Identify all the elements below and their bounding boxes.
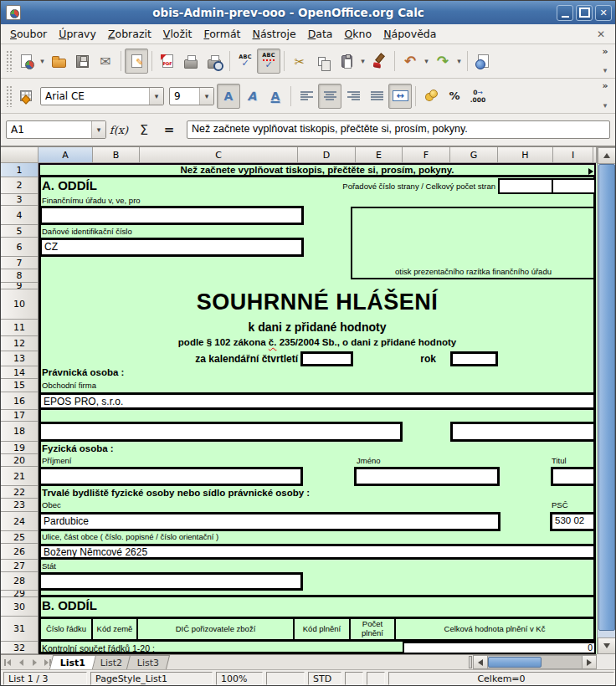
column-header-e[interactable]: E — [356, 147, 403, 163]
toolbar-grip[interactable] — [6, 85, 12, 107]
sheet-area[interactable]: Než začnete vyplňovat tiskopis, přečtěte… — [38, 163, 597, 654]
styles-button[interactable] — [14, 84, 38, 109]
control-sum-cell[interactable]: 0 — [403, 642, 596, 654]
row-header-cell[interactable]: 14 — [1, 366, 38, 379]
column-header-c[interactable]: C — [140, 147, 298, 163]
zip-field[interactable]: 530 02 — [550, 512, 596, 531]
toolbar-options-button[interactable] — [603, 95, 608, 111]
firstname-field[interactable] — [354, 467, 500, 486]
row-header-cell[interactable]: 1 — [1, 163, 38, 177]
hyperlink-button[interactable] — [471, 49, 495, 74]
year-field[interactable] — [450, 351, 498, 366]
row-header-cell[interactable]: 27 — [1, 560, 38, 572]
toolbar-options-button[interactable] — [603, 60, 608, 76]
zoom-panel[interactable]: 100% — [216, 672, 263, 685]
close-document-icon[interactable]: ✕ — [590, 28, 612, 40]
horizontal-scroll-track[interactable] — [542, 656, 582, 668]
city-field[interactable]: Pardubice — [38, 512, 501, 531]
sum-button[interactable]: Σ — [133, 120, 155, 140]
column-header-g[interactable]: G — [450, 147, 498, 163]
save-button[interactable] — [70, 49, 94, 74]
row-header-cell[interactable]: 28 — [1, 572, 38, 591]
state-field[interactable] — [38, 572, 303, 591]
close-button[interactable] — [595, 5, 612, 21]
column-header-i[interactable]: I — [553, 147, 593, 163]
currency-format-button[interactable] — [419, 84, 443, 109]
vertical-scrollbar[interactable] — [597, 147, 615, 654]
row-header-cell[interactable]: 19 — [1, 442, 38, 454]
row-header-cell[interactable]: 20 — [1, 454, 38, 467]
quarter-field[interactable] — [300, 351, 353, 366]
row-header-cell[interactable]: 23 — [1, 499, 38, 512]
menu-upravy[interactable]: Úpravy — [53, 26, 102, 42]
row-header-cell[interactable]: 31 — [1, 617, 38, 642]
row-header-cell[interactable]: 30 — [1, 597, 38, 617]
font-size-value[interactable]: 9 — [170, 90, 199, 102]
page-counter-boxes[interactable] — [498, 178, 596, 194]
toolbar-more-button[interactable]: » — [602, 80, 608, 91]
row-header-cell[interactable]: 2 — [1, 177, 38, 194]
next-sheet-button[interactable] — [28, 655, 41, 669]
align-center-button[interactable] — [318, 84, 341, 109]
menu-zobrazit[interactable]: Zobrazit — [102, 26, 157, 42]
justify-button[interactable] — [365, 84, 388, 109]
column-header-d[interactable]: D — [298, 147, 356, 163]
align-right-button[interactable] — [341, 84, 365, 109]
select-all-corner[interactable] — [1, 147, 38, 163]
scroll-up-button[interactable] — [598, 147, 616, 164]
row-header-cell[interactable]: 5 — [1, 225, 38, 238]
degree-field[interactable] — [551, 467, 596, 486]
new-document-dropdown[interactable] — [38, 49, 47, 74]
column-header-b[interactable]: B — [93, 147, 140, 163]
function-wizard-button[interactable]: f(x) — [108, 120, 130, 140]
selection-mode-panel[interactable]: STD — [308, 672, 341, 685]
menu-nastroje[interactable]: Nástroje — [247, 26, 302, 42]
row-header-cell[interactable]: 26 — [1, 544, 38, 560]
export-pdf-button[interactable]: PDF — [156, 49, 179, 74]
menu-data[interactable]: Data — [302, 26, 339, 42]
sheet-tab-list3[interactable]: List3 — [126, 655, 170, 669]
row-header-cell[interactable]: 24 — [1, 512, 38, 531]
align-left-button[interactable] — [295, 84, 318, 109]
underline-button[interactable]: A — [264, 84, 287, 109]
page-number-cell[interactable] — [500, 180, 553, 192]
minimize-button[interactable] — [557, 5, 573, 21]
font-size-combo[interactable]: 9 — [169, 87, 214, 105]
cut-button[interactable] — [288, 49, 311, 74]
row-header-cell[interactable]: 11 — [1, 320, 38, 336]
formula-input-line[interactable]: Než začnete vyplňovat tiskopis, přečtěte… — [187, 120, 610, 139]
name-box[interactable]: A1 — [6, 120, 106, 139]
row-header-cell[interactable]: 29 — [1, 591, 38, 597]
row-header-cell[interactable]: 17 — [1, 410, 38, 422]
pane-splitter[interactable] — [469, 656, 472, 668]
page-preview-button[interactable] — [203, 49, 226, 74]
paste-dropdown[interactable] — [358, 49, 367, 74]
surname-field[interactable] — [38, 467, 303, 486]
row-header-cell[interactable]: 22 — [1, 486, 38, 499]
menu-soubor[interactable]: Soubor — [4, 26, 53, 42]
auto-spellcheck-button[interactable]: ABC ✓ — [257, 49, 280, 74]
spellcheck-button[interactable]: ABC ✓ — [234, 49, 257, 74]
cell-reference[interactable]: A1 — [7, 124, 91, 136]
legal-extra-field-1[interactable] — [38, 422, 403, 442]
print-button[interactable] — [179, 49, 203, 74]
row-header-cell[interactable]: 16 — [1, 392, 38, 410]
format-paintbrush-button[interactable] — [367, 49, 391, 74]
previous-sheet-button[interactable] — [14, 655, 28, 669]
font-name-combo[interactable]: Arial CE — [40, 87, 164, 105]
percent-format-button[interactable]: % — [443, 84, 466, 109]
note-row[interactable]: Než začnete vyplňovat tiskopis, přečtěte… — [38, 163, 596, 177]
menu-napoveda[interactable]: Nápověda — [377, 26, 442, 42]
edit-file-button[interactable]: ✎ — [125, 49, 148, 74]
row-header-cell[interactable]: 8 — [1, 269, 38, 283]
row-header-cell[interactable]: 15 — [1, 379, 38, 392]
row-header-cell[interactable]: 3 — [1, 194, 38, 206]
menu-okno[interactable]: Okno — [339, 26, 378, 42]
scroll-down-button[interactable] — [598, 637, 616, 654]
dic-field[interactable]: CZ — [39, 238, 304, 257]
title-bar[interactable]: obis-Admin-prev-ooo - OpenOffice.org Cal… — [1, 1, 615, 24]
font-name-dropdown[interactable] — [149, 88, 163, 105]
font-name-value[interactable]: Arial CE — [41, 90, 149, 102]
row-header-cell[interactable]: 7 — [1, 257, 38, 269]
first-sheet-button[interactable] — [1, 655, 14, 669]
